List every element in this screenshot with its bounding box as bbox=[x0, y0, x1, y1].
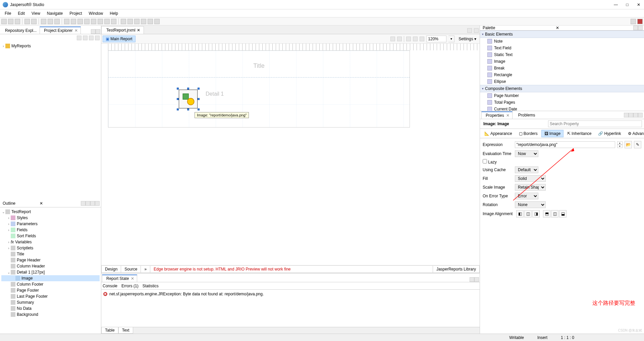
props-ic1[interactable] bbox=[624, 113, 629, 117]
zoom-fit-icon[interactable] bbox=[406, 37, 411, 41]
outline-variables[interactable]: ›fxVariables bbox=[1, 239, 100, 245]
props-min-icon[interactable] bbox=[633, 113, 638, 117]
main-report-button[interactable]: ▣ Main Report bbox=[103, 36, 136, 42]
tb-cut-icon[interactable] bbox=[41, 19, 46, 24]
palette-image[interactable]: Image bbox=[480, 58, 644, 65]
editor-tab[interactable]: TestReport.jrxml ✕ bbox=[101, 26, 144, 34]
outline-detail1[interactable]: ⌄Detail 1 [127px] bbox=[1, 269, 100, 275]
settings-button[interactable]: Settings ▾ bbox=[457, 36, 478, 42]
expr-up-icon[interactable]: ▴ bbox=[617, 141, 623, 145]
tab-repository-explorer[interactable]: Repository Expl... bbox=[1, 27, 40, 34]
tab-text[interactable]: Text bbox=[118, 327, 133, 334]
tb-icon6[interactable] bbox=[98, 19, 103, 24]
on-error-select[interactable]: Error bbox=[515, 193, 538, 199]
tb-icon14[interactable] bbox=[154, 19, 160, 24]
tab-source[interactable]: Source bbox=[121, 266, 141, 273]
zoom-out-icon[interactable] bbox=[413, 37, 418, 41]
min-icon[interactable] bbox=[91, 29, 96, 34]
outline-fields[interactable]: ›Fields bbox=[1, 227, 100, 233]
rs-max-icon[interactable] bbox=[474, 277, 479, 282]
close-icon[interactable]: ✕ bbox=[506, 113, 509, 118]
palette-text-field[interactable]: Text Field bbox=[480, 45, 644, 51]
fill-select[interactable]: Solid bbox=[515, 175, 546, 182]
menu-navigate[interactable]: Navigate bbox=[44, 10, 66, 16]
outline-background[interactable]: Background bbox=[1, 311, 100, 318]
expression-input[interactable] bbox=[515, 141, 615, 148]
tab-more[interactable]: » bbox=[141, 266, 150, 273]
project-root[interactable]: › MyReports bbox=[1, 43, 100, 49]
maximize-button[interactable]: □ bbox=[625, 2, 630, 7]
props-max-icon[interactable] bbox=[638, 113, 643, 117]
tb-undo-icon[interactable] bbox=[24, 19, 30, 24]
outline-sort-fields[interactable]: Sort Fields bbox=[1, 233, 100, 239]
outline-title-band[interactable]: Title bbox=[1, 251, 100, 257]
ed-max-icon[interactable] bbox=[474, 28, 479, 33]
close-icon[interactable]: ✕ bbox=[137, 28, 140, 33]
tb-icon8[interactable] bbox=[111, 19, 116, 24]
filter-icon[interactable] bbox=[89, 36, 94, 40]
minimize-button[interactable]: — bbox=[613, 2, 619, 7]
outline-ic2[interactable] bbox=[86, 201, 90, 206]
tb-icon3[interactable] bbox=[77, 19, 83, 24]
outline-summary[interactable]: Summary bbox=[1, 299, 100, 305]
close-icon[interactable]: ✕ bbox=[131, 276, 134, 281]
tb-icon10[interactable] bbox=[127, 19, 133, 24]
outline-column-footer[interactable]: Column Footer bbox=[1, 281, 100, 287]
tb-icon13[interactable] bbox=[148, 19, 153, 24]
zoom-dropdown-icon[interactable]: ▾ bbox=[448, 36, 454, 42]
view-menu-icon[interactable] bbox=[95, 36, 100, 40]
tb-icon12[interactable] bbox=[141, 19, 146, 24]
tab-report-state[interactable]: Report State ✕ bbox=[102, 275, 137, 282]
palette-group-basic[interactable]: Basic Elements bbox=[480, 31, 644, 38]
tb-new-icon[interactable] bbox=[1, 19, 7, 24]
browse-button[interactable]: 📂 bbox=[625, 141, 632, 148]
palette-break[interactable]: Break bbox=[480, 65, 644, 71]
prop-tab-advanced[interactable]: ⚙Advanced bbox=[625, 130, 644, 137]
tab-statistics[interactable]: Statistics bbox=[143, 284, 159, 288]
outline-column-header[interactable]: Column Header bbox=[1, 263, 100, 269]
close-icon[interactable]: ✕ bbox=[74, 28, 78, 33]
pal-max-icon[interactable] bbox=[638, 26, 643, 30]
outline-page-header[interactable]: Page Header bbox=[1, 257, 100, 263]
align-middle-icon[interactable]: ◫ bbox=[551, 210, 558, 217]
menu-project[interactable]: Project bbox=[66, 10, 85, 16]
outline-last-page-footer[interactable]: Last Page Footer bbox=[1, 293, 100, 299]
zoom-in-icon[interactable] bbox=[420, 37, 424, 41]
ed-min-icon[interactable] bbox=[467, 28, 472, 33]
tab-problems[interactable]: Problems bbox=[514, 111, 538, 118]
align-top-icon[interactable]: ⬒ bbox=[543, 210, 550, 217]
zoom-input[interactable] bbox=[426, 36, 446, 42]
using-cache-select[interactable]: Default bbox=[515, 166, 538, 173]
outline-parameters[interactable]: ›Parameters bbox=[1, 221, 100, 227]
design-canvas[interactable]: Title Detail 1 Image: "report/demo/java.… bbox=[101, 50, 480, 265]
tb-icon11[interactable] bbox=[134, 19, 140, 24]
tb-save-icon[interactable] bbox=[8, 19, 13, 24]
outline-styles[interactable]: ›Styles bbox=[1, 215, 100, 221]
prop-tab-inheritance[interactable]: ⇱Inheritance bbox=[564, 130, 594, 137]
align-left-icon[interactable]: ◧ bbox=[516, 210, 524, 217]
project-tree[interactable]: › MyReports bbox=[0, 42, 101, 199]
rs-min-icon[interactable] bbox=[470, 277, 474, 282]
tb-icon2[interactable] bbox=[71, 19, 76, 24]
max-icon[interactable] bbox=[96, 29, 100, 34]
props-ic2[interactable] bbox=[629, 113, 633, 117]
rotation-select[interactable]: None bbox=[515, 201, 546, 208]
outline-page-footer[interactable]: Page Footer bbox=[1, 287, 100, 293]
outline-ic1[interactable] bbox=[81, 201, 86, 206]
outline-max-icon[interactable] bbox=[95, 201, 100, 206]
tb-report-perspective-icon[interactable] bbox=[637, 19, 643, 24]
error-list[interactable]: ✖ net.sf.jasperreports.engine.JRExceptio… bbox=[101, 290, 480, 327]
tb-paste-icon[interactable] bbox=[54, 19, 60, 24]
tb-icon7[interactable] bbox=[104, 19, 110, 24]
tb-perspective-icon[interactable] bbox=[631, 19, 636, 24]
palette-rectangle[interactable]: Rectangle bbox=[480, 71, 644, 78]
tab-console[interactable]: Console bbox=[103, 284, 117, 288]
prop-tab-image[interactable]: 🖼Image bbox=[541, 130, 564, 137]
palette-group-composite[interactable]: Composite Elements bbox=[480, 85, 644, 92]
palette-note[interactable]: Note bbox=[480, 38, 644, 45]
eval-time-select[interactable]: Now bbox=[515, 150, 538, 157]
edit-expression-button[interactable]: ✎ bbox=[634, 141, 641, 148]
image-element[interactable] bbox=[179, 90, 198, 108]
scale-image-select[interactable]: Retain Shape bbox=[515, 184, 546, 191]
close-button[interactable]: ✕ bbox=[636, 2, 641, 7]
